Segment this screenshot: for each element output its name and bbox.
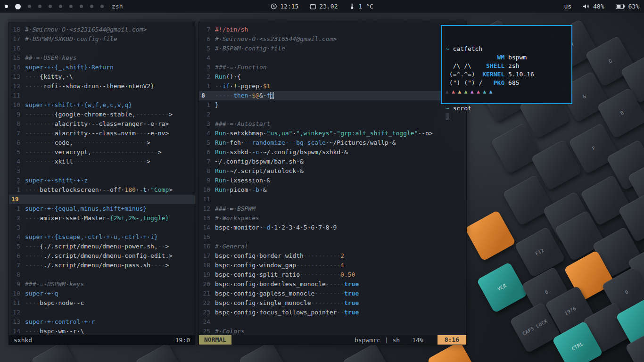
workspace-dot[interactable] [90, 5, 93, 8]
editor-line[interactable]: 17bspc·config·border_width··········2 [199, 251, 466, 261]
editor-line[interactable]: 5#·BSPWM·config·file [199, 44, 466, 53]
editor-line[interactable]: 8·····then·$@&·fi [199, 91, 466, 100]
editor-line[interactable]: 1super·+·{equal,minus,shift+minus} [9, 204, 195, 214]
battery-icon[interactable] [616, 4, 625, 9]
line-number: 6 [9, 251, 25, 261]
editor-line[interactable]: 13#·Workspaces [199, 214, 466, 223]
keyboard-layout[interactable]: us [564, 3, 571, 10]
editor-line[interactable]: 7·····./.script/dmenu/dmenu-pass.sh····> [9, 261, 195, 270]
editor-line[interactable]: 2super·+·shift·+·z [9, 176, 195, 185]
right-editor-lines[interactable]: 7#!/bin/sh6#·Smirnov-O·<ss2316544@gmail.… [199, 22, 466, 335]
editor-line[interactable]: 4········xkill····················> [9, 157, 195, 166]
line-number: 13 [199, 214, 215, 223]
workspace-dot[interactable] [100, 5, 104, 8]
editor-line[interactable]: 19bspc·config·split_ratio···········0.50 [199, 270, 466, 280]
editor-line[interactable]: 7········alacritty·--class=nvim···-e·nv> [9, 129, 195, 138]
editor-line[interactable]: 8 [9, 270, 195, 280]
editor-line[interactable]: 14super·+·{_,shift}·Return [9, 63, 195, 72]
editor-line[interactable]: 18bspc·config·window_gap············4 [199, 261, 466, 270]
line-number: 4 [199, 129, 215, 138]
line-number: 4 [9, 157, 25, 166]
editor-line[interactable]: 6·····./.script/dmenu/dmenu-config-edit.… [9, 251, 195, 261]
battery-level[interactable]: 63% [628, 3, 639, 10]
line-number: 7 [199, 157, 215, 166]
editor-line[interactable]: 9###·=·BSPWM·keys [9, 280, 195, 289]
editor-line[interactable]: 5····{./.script/dmenu/dmenu-power.sh,··> [9, 242, 195, 251]
editor-line[interactable]: 14bspc·monitor·-d·1·2·3·4·5·6·7·8·9 [199, 223, 466, 232]
workspace-dot[interactable] [80, 5, 83, 8]
workspace-dot[interactable] [15, 4, 21, 9]
workspace-dot[interactable] [69, 5, 73, 8]
editor-line[interactable]: 2Run()·{ [199, 72, 466, 82]
editor-line[interactable]: 25#·Colors [199, 327, 466, 335]
editor-line[interactable]: 4super·+·{Escape,·ctrl·+·u,·ctrl·+·i} [9, 232, 195, 242]
top-bar: zsh 12:15 23.02 1 °C us 48% 63% [0, 0, 644, 13]
editor-line[interactable]: 3###·=·Autostart [199, 119, 466, 129]
color-flag-icon: ▲ [483, 89, 489, 95]
editor-line[interactable]: 16 [9, 44, 195, 53]
editor-line[interactable]: 1····betterlockscreen·--off·180·-t·"Comp… [9, 185, 195, 195]
editor-line[interactable]: 18#·Smirnov-O·<ss2316544@gmail.com> [9, 25, 195, 34]
editor-line[interactable]: 3 [9, 223, 195, 232]
right-terminal-window[interactable]: 7#!/bin/sh6#·Smirnov-O·<ss2316544@gmail.… [198, 22, 467, 345]
editor-line[interactable]: 2····amixer·sset·Master·{2%+,2%-,toggle} [9, 214, 195, 223]
editor-line[interactable]: 20bspc·config·borderless_monocle·····tru… [199, 280, 466, 289]
editor-line[interactable]: 1··if·!·pgrep·$1 [199, 82, 466, 91]
editor-line[interactable]: 9········{google-chrome-stable,·········… [9, 110, 195, 119]
editor-line[interactable]: 10Run·picom·-b·& [199, 185, 466, 195]
workspace-dot[interactable] [38, 5, 41, 8]
editor-line[interactable]: 11 [199, 195, 466, 204]
editor-line[interactable]: 6········code,····················> [9, 138, 195, 148]
editor-line[interactable]: 5Run·feh·--randomize·--bg-scale·~/Pictur… [199, 138, 466, 148]
line-number: 7 [9, 129, 25, 138]
editor-line[interactable]: 12###·=·BSPWM [199, 204, 466, 214]
editor-line[interactable]: 1} [199, 100, 466, 110]
editor-line[interactable]: 15 [199, 232, 466, 242]
editor-line[interactable]: 21bspc·config·gapless_monocle········tru… [199, 289, 466, 298]
editor-line[interactable]: 4Run·setxkbmap·"us,ua"·",winkeys"·"grp:a… [199, 129, 466, 138]
editor-line[interactable]: 15##·=·USER·keys [9, 53, 195, 63]
floating-terminal[interactable]: ~ catfetch WM bspwm /\_/\ SHELL zsh (=^.… [441, 25, 572, 104]
workspace-dot[interactable] [28, 5, 31, 8]
editor-line[interactable]: 10super·+·q [9, 289, 195, 298]
editor-line[interactable]: 3###·=·Function [199, 63, 466, 72]
line-number: 2 [9, 176, 25, 185]
editor-line[interactable]: 7~/.config/bspwm/bar.sh·& [199, 157, 466, 166]
editor-line[interactable]: 23bspc·config·focus_follows_pointer··tru… [199, 308, 466, 317]
editor-line[interactable]: 7#!/bin/sh [199, 25, 466, 34]
editor-line[interactable]: 4 [199, 53, 466, 63]
line-number: 19 [9, 195, 25, 204]
editor-line[interactable]: 11 [9, 91, 195, 100]
editor-line[interactable]: 17#·BSPWM/SXKBD·config·file [9, 34, 195, 44]
editor-line[interactable]: 12·····rofi·-show·drun·-theme·ntenV2} [9, 82, 195, 91]
editor-line[interactable]: 10super·+·shift·+·{w,f,e,c,v,q} [9, 100, 195, 110]
line-number: 6 [9, 138, 25, 148]
volume-level[interactable]: 48% [593, 3, 604, 10]
editor-line[interactable]: 8Run·~/.script/autolock·& [199, 166, 466, 176]
editor-line[interactable]: 13····{kitty,·\ [9, 72, 195, 82]
editor-line[interactable]: 9Run·lxsession·& [199, 176, 466, 185]
editor-line[interactable]: 14····bspc·wm·-r·\ [9, 327, 195, 335]
terminal-line: ~ scrot [446, 104, 568, 113]
workspace-dot[interactable] [49, 5, 52, 8]
editor-line[interactable]: 24 [199, 317, 466, 327]
editor-line[interactable]: 19 [9, 195, 195, 204]
line-number: 8 [9, 119, 25, 129]
volume-icon[interactable] [583, 3, 589, 9]
editor-line[interactable]: 5········veracrypt,··················> [9, 148, 195, 157]
editor-line[interactable]: 6#·Smirnov-O·<ss2316544@gmail.com> [199, 34, 466, 44]
left-terminal-window[interactable]: 18#·Smirnov-O·<ss2316544@gmail.com>17#·B… [8, 22, 195, 345]
editor-line[interactable]: 8········alacritty·--class=ranger·-e·ra> [9, 119, 195, 129]
editor-line[interactable]: 13super·+·control·+·r [9, 317, 195, 327]
workspace-dot[interactable] [5, 5, 8, 8]
editor-line[interactable]: 16#·General [199, 242, 466, 251]
editor-line[interactable]: 3 [9, 166, 195, 176]
editor-line[interactable]: 22bspc·config·single_monocle·········tru… [199, 298, 466, 308]
workspace-dot[interactable] [59, 5, 62, 8]
editor-line[interactable]: 2 [199, 110, 466, 119]
editor-line[interactable]: 11····bspc·node·-c [9, 298, 195, 308]
line-number: 16 [9, 44, 25, 53]
editor-line[interactable]: 12 [9, 308, 195, 317]
left-editor-lines[interactable]: 18#·Smirnov-O·<ss2316544@gmail.com>17#·B… [9, 22, 195, 335]
editor-line[interactable]: 6Run·sxhkd·-c·~/.config/bspwm/sxhkd·& [199, 148, 466, 157]
